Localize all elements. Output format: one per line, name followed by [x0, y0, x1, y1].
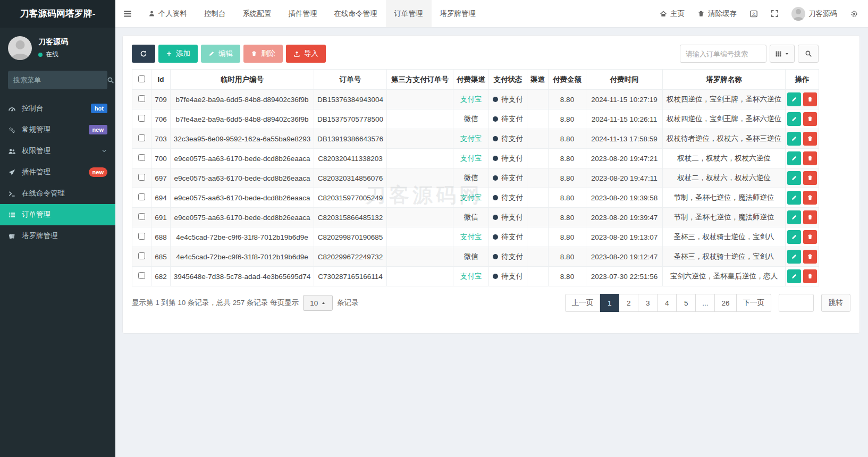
column-header[interactable]: 操作 — [786, 70, 819, 90]
row-checkbox[interactable] — [138, 193, 145, 200]
row-delete-button[interactable] — [803, 269, 817, 283]
row-edit-button[interactable] — [787, 92, 801, 106]
refresh-button[interactable] — [132, 45, 155, 63]
tab-command[interactable]: 在线命令管理 — [326, 0, 386, 27]
page-button-4[interactable]: 4 — [658, 294, 677, 312]
page-button-2[interactable]: 2 — [619, 294, 638, 312]
row-edit-button[interactable] — [787, 112, 801, 126]
language-button[interactable]: 文 — [749, 10, 758, 18]
cell-order-no: C820315866485132 — [314, 208, 387, 227]
hamburger-menu-icon[interactable] — [115, 0, 140, 27]
jump-button[interactable]: 跳转 — [821, 294, 850, 312]
page-list: 上一页12345...26下一页 — [565, 294, 771, 312]
checkbox-cell — [132, 267, 151, 286]
tab-profile[interactable]: 个人资料 — [140, 0, 196, 27]
tab-order[interactable]: 订单管理 — [386, 0, 432, 27]
sidebar-item-order[interactable]: 订单管理 — [0, 204, 115, 225]
settings-button[interactable] — [850, 10, 858, 18]
page-button-26[interactable]: 26 — [715, 294, 736, 312]
page-button-5[interactable]: 5 — [677, 294, 696, 312]
column-header[interactable]: 第三方支付订单号 — [387, 70, 453, 90]
import-button[interactable]: 导入 — [286, 45, 326, 63]
row-edit-button[interactable] — [787, 269, 801, 283]
tab-tarot[interactable]: 塔罗牌管理 — [432, 0, 485, 27]
clear-cache-button[interactable]: 清除缓存 — [697, 9, 737, 19]
cell-time: 2023-08-20 19:12:47 — [586, 247, 663, 267]
row-delete-button[interactable] — [803, 132, 817, 146]
row-checkbox[interactable] — [138, 154, 145, 161]
row-delete-button[interactable] — [803, 112, 817, 126]
row-checkbox[interactable] — [138, 233, 145, 240]
search-button[interactable] — [798, 45, 819, 63]
page-button-3[interactable]: 3 — [638, 294, 658, 312]
row-delete-button[interactable] — [803, 171, 817, 185]
caret-up-icon — [321, 301, 326, 306]
sidebar-item-general[interactable]: 常规管理new — [0, 119, 115, 140]
column-header[interactable]: 渠道 — [527, 70, 549, 90]
pencil-icon — [791, 96, 797, 103]
row-checkbox[interactable] — [138, 252, 145, 259]
column-header[interactable]: 付费时间 — [586, 70, 663, 90]
next-page-button[interactable]: 下一页 — [737, 294, 772, 312]
jump-page-input[interactable] — [779, 294, 814, 312]
add-button[interactable]: 添加 — [158, 45, 198, 63]
row-edit-button[interactable] — [787, 250, 801, 264]
delete-button[interactable]: 删除 — [243, 45, 283, 63]
sidebar-item-addon[interactable]: 插件管理new — [0, 162, 115, 183]
row-edit-button[interactable] — [787, 151, 801, 165]
row-checkbox[interactable] — [138, 95, 145, 102]
cell-id: 703 — [151, 129, 171, 149]
order-search-input[interactable] — [680, 45, 766, 63]
columns-dropdown-button[interactable] — [770, 45, 795, 63]
tab-addon[interactable]: 插件管理 — [280, 0, 326, 27]
cell-tarot: 权杖二，权杖六，权杖六逆位 — [663, 168, 786, 188]
cell-channel: 微信 — [453, 247, 489, 267]
sidebar-item-label: 插件管理 — [22, 167, 50, 177]
column-header[interactable]: 塔罗牌名称 — [663, 70, 786, 90]
row-delete-button[interactable] — [803, 230, 817, 244]
home-link[interactable]: 主页 — [660, 9, 685, 19]
column-header[interactable]: 支付状态 — [489, 70, 527, 90]
row-delete-button[interactable] — [803, 92, 817, 106]
row-delete-button[interactable] — [803, 151, 817, 165]
user-menu[interactable]: 刀客源码 — [791, 7, 837, 21]
row-edit-button[interactable] — [787, 171, 801, 185]
status-label: 待支付 — [501, 252, 523, 260]
sidebar-item-dashboard[interactable]: 控制台hot — [0, 98, 115, 119]
status-label: 待支付 — [501, 95, 523, 103]
cell-id: 688 — [151, 227, 171, 247]
menu-search-input[interactable] — [13, 76, 107, 84]
sidebar-item-tarot[interactable]: 塔罗牌管理 — [0, 225, 115, 247]
row-checkbox[interactable] — [138, 272, 145, 279]
column-header[interactable]: 订单号 — [314, 70, 387, 90]
row-edit-button[interactable] — [787, 230, 801, 244]
page-button-1[interactable]: 1 — [600, 294, 619, 312]
row-edit-button[interactable] — [787, 191, 801, 205]
row-edit-button[interactable] — [787, 210, 801, 224]
tab-dashboard[interactable]: 控制台 — [196, 0, 234, 27]
row-delete-button[interactable] — [803, 210, 817, 224]
column-header[interactable]: 临时用户编号 — [171, 70, 314, 90]
row-checkbox[interactable] — [138, 213, 145, 220]
page-size-dropdown[interactable]: 10 — [303, 295, 333, 311]
prev-page-button[interactable]: 上一页 — [565, 294, 601, 312]
fullscreen-button[interactable] — [771, 10, 779, 18]
column-header[interactable]: Id — [151, 70, 171, 90]
cell-third-no — [387, 149, 453, 168]
row-checkbox[interactable] — [138, 134, 145, 141]
search-icon[interactable] — [107, 77, 114, 84]
column-header[interactable]: 付费金额 — [549, 70, 586, 90]
sidebar-item-auth[interactable]: 权限管理 — [0, 140, 115, 162]
row-edit-button[interactable] — [787, 132, 801, 146]
row-checkbox[interactable] — [138, 115, 145, 122]
column-header[interactable]: 付费渠道 — [453, 70, 489, 90]
row-checkbox[interactable] — [138, 174, 145, 181]
row-delete-button[interactable] — [803, 191, 817, 205]
select-all-checkbox[interactable] — [138, 75, 145, 82]
row-delete-button[interactable] — [803, 250, 817, 264]
pencil-icon — [791, 175, 797, 181]
checkbox-cell — [132, 208, 151, 227]
tab-config[interactable]: 系统配置 — [234, 0, 280, 27]
sidebar-item-command[interactable]: 在线命令管理 — [0, 183, 115, 204]
edit-button[interactable]: 编辑 — [201, 45, 240, 63]
